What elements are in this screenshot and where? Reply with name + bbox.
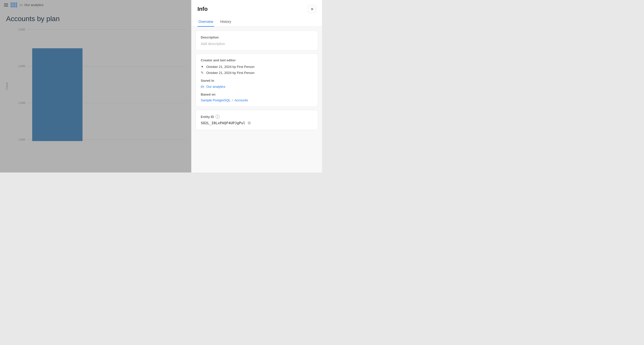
bars-area <box>27 28 185 141</box>
folder-icon: 🗁 <box>20 3 23 7</box>
chart-inner: 2,500 2,000 1,500 1,000 <box>15 28 185 149</box>
saved-in-label: Saved in <box>201 79 313 82</box>
info-content: Description Add description Creator and … <box>191 27 322 134</box>
top-bar: 🗁 Our analytics <box>0 0 191 10</box>
description-label: Description <box>201 35 313 39</box>
info-panel: Info ✕ Overview History Description Add … <box>191 0 322 172</box>
creator-label: Creator and last editor <box>201 58 313 62</box>
entity-id-value: SO2L_I0LxPAQF4UPJgPul <box>201 121 245 125</box>
info-panel-title: Info <box>197 6 208 12</box>
copy-icon[interactable]: ⧉ <box>248 121 251 125</box>
breadcrumb-text: Our analytics <box>24 3 44 7</box>
grid-label-2500: 2,500 <box>15 28 25 31</box>
app-logo-icon <box>11 3 17 7</box>
entity-id-label: Entity ID <box>201 115 214 119</box>
based-on-links: Sample PostgreSQL / Accounts <box>201 98 313 102</box>
hamburger-icon[interactable] <box>4 4 8 7</box>
y-axis-label: Count <box>5 82 8 90</box>
breadcrumb: 🗁 Our analytics <box>20 3 44 7</box>
creator-card: Creator and last editor ✦ October 21, 20… <box>195 54 318 107</box>
grid-label-1000: 1,000 <box>15 138 25 141</box>
saved-in-section: Saved in 🗁 Our analytics <box>201 79 313 89</box>
tabs-container: Overview History <box>191 17 322 27</box>
bar-item <box>32 48 83 141</box>
folder-link-icon: 🗁 <box>201 84 204 89</box>
chart-container: Count 2,500 2,000 1,500 1,000 <box>0 25 191 151</box>
entity-id-card: Entity ID i SO2L_I0LxPAQF4UPJgPul ⧉ <box>195 110 318 130</box>
entity-id-value-row: SO2L_I0LxPAQF4UPJgPul ⧉ <box>201 121 313 125</box>
description-card: Description Add description <box>195 31 318 51</box>
entity-id-section: Entity ID i SO2L_I0LxPAQF4UPJgPul ⧉ <box>201 115 313 125</box>
tab-history[interactable]: History <box>219 17 232 27</box>
grid-label-2000: 2,000 <box>15 65 25 68</box>
based-on-label: Based on <box>201 93 313 96</box>
saved-in-link-text: Our analytics <box>206 85 225 89</box>
grid-label-1500: 1,500 <box>15 101 25 104</box>
based-on-table-link[interactable]: Accounts <box>234 98 248 102</box>
created-text: October 21, 2024 by First Person <box>206 65 254 69</box>
entity-id-label-row: Entity ID i <box>201 115 313 119</box>
info-header: Info ✕ <box>191 0 322 17</box>
add-description-placeholder[interactable]: Add description <box>201 42 313 46</box>
edited-text: October 21, 2024 by First Person <box>206 71 254 75</box>
created-icon: ✦ <box>201 65 204 69</box>
chart-title: Accounts by plan <box>0 10 191 25</box>
created-row: ✦ October 21, 2024 by First Person <box>201 65 313 69</box>
saved-in-link[interactable]: 🗁 Our analytics <box>201 84 313 89</box>
based-on-separator: / <box>232 98 233 102</box>
edited-row: ✎ October 21, 2024 by First Person <box>201 71 313 75</box>
entity-id-info-icon[interactable]: i <box>216 115 220 119</box>
based-on-section: Based on Sample PostgreSQL / Accounts <box>201 93 313 102</box>
chart-area: 🗁 Our analytics Accounts by plan Count 2… <box>0 0 191 172</box>
close-button[interactable]: ✕ <box>308 5 316 13</box>
tab-overview[interactable]: Overview <box>197 17 214 27</box>
based-on-source-link[interactable]: Sample PostgreSQL <box>201 98 231 102</box>
edited-icon: ✎ <box>201 71 204 75</box>
